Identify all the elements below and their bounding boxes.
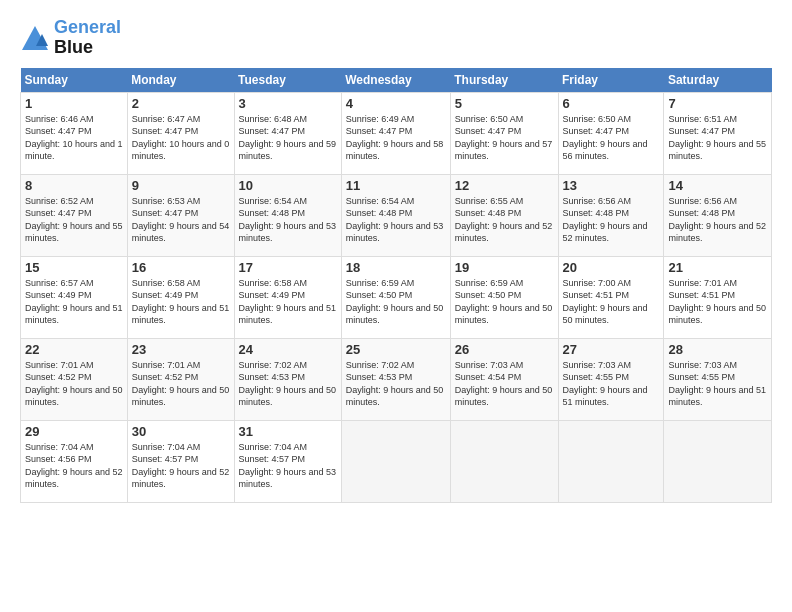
day-number: 9 [132, 178, 230, 193]
sunrise-label: Sunrise: 7:04 AM [25, 442, 94, 452]
day-number: 27 [563, 342, 660, 357]
day-cell-6: 6 Sunrise: 6:50 AM Sunset: 4:47 PM Dayli… [558, 92, 664, 174]
day-cell-20: 20 Sunrise: 7:00 AM Sunset: 4:51 PM Dayl… [558, 256, 664, 338]
sunrise-label: Sunrise: 7:04 AM [239, 442, 308, 452]
day-cell-8: 8 Sunrise: 6:52 AM Sunset: 4:47 PM Dayli… [21, 174, 128, 256]
empty-cell [341, 420, 450, 502]
day-info: Sunrise: 7:01 AM Sunset: 4:52 PM Dayligh… [132, 359, 230, 409]
sunset-label: Sunset: 4:49 PM [25, 290, 92, 300]
daylight-label: Daylight: 9 hours and 50 minutes. [25, 385, 123, 408]
sunset-label: Sunset: 4:50 PM [455, 290, 522, 300]
sunset-label: Sunset: 4:47 PM [455, 126, 522, 136]
day-info: Sunrise: 7:00 AM Sunset: 4:51 PM Dayligh… [563, 277, 660, 327]
daylight-label: Daylight: 9 hours and 53 minutes. [239, 467, 337, 490]
day-cell-31: 31 Sunrise: 7:04 AM Sunset: 4:57 PM Dayl… [234, 420, 341, 502]
day-cell-7: 7 Sunrise: 6:51 AM Sunset: 4:47 PM Dayli… [664, 92, 772, 174]
day-info: Sunrise: 6:56 AM Sunset: 4:48 PM Dayligh… [668, 195, 767, 245]
empty-cell [450, 420, 558, 502]
day-info: Sunrise: 6:58 AM Sunset: 4:49 PM Dayligh… [132, 277, 230, 327]
day-info: Sunrise: 7:04 AM Sunset: 4:57 PM Dayligh… [132, 441, 230, 491]
daylight-label: Daylight: 9 hours and 57 minutes. [455, 139, 553, 162]
day-info: Sunrise: 6:55 AM Sunset: 4:48 PM Dayligh… [455, 195, 554, 245]
day-number: 4 [346, 96, 446, 111]
sunset-label: Sunset: 4:47 PM [25, 126, 92, 136]
sunrise-label: Sunrise: 6:54 AM [346, 196, 415, 206]
sunset-label: Sunset: 4:48 PM [563, 208, 630, 218]
sunset-label: Sunset: 4:57 PM [239, 454, 306, 464]
day-number: 23 [132, 342, 230, 357]
week-row-5: 29 Sunrise: 7:04 AM Sunset: 4:56 PM Dayl… [21, 420, 772, 502]
day-cell-4: 4 Sunrise: 6:49 AM Sunset: 4:47 PM Dayli… [341, 92, 450, 174]
sunrise-label: Sunrise: 7:00 AM [563, 278, 632, 288]
sunset-label: Sunset: 4:53 PM [346, 372, 413, 382]
day-info: Sunrise: 7:03 AM Sunset: 4:55 PM Dayligh… [668, 359, 767, 409]
daylight-label: Daylight: 9 hours and 51 minutes. [239, 303, 337, 326]
day-cell-28: 28 Sunrise: 7:03 AM Sunset: 4:55 PM Dayl… [664, 338, 772, 420]
daylight-label: Daylight: 9 hours and 51 minutes. [563, 385, 648, 408]
day-info: Sunrise: 6:51 AM Sunset: 4:47 PM Dayligh… [668, 113, 767, 163]
week-row-2: 8 Sunrise: 6:52 AM Sunset: 4:47 PM Dayli… [21, 174, 772, 256]
day-number: 8 [25, 178, 123, 193]
day-number: 11 [346, 178, 446, 193]
daylight-label: Daylight: 9 hours and 50 minutes. [668, 303, 766, 326]
day-info: Sunrise: 6:54 AM Sunset: 4:48 PM Dayligh… [239, 195, 337, 245]
day-cell-23: 23 Sunrise: 7:01 AM Sunset: 4:52 PM Dayl… [127, 338, 234, 420]
sunset-label: Sunset: 4:48 PM [239, 208, 306, 218]
day-info: Sunrise: 6:48 AM Sunset: 4:47 PM Dayligh… [239, 113, 337, 163]
page-container: General Blue SundayMondayTuesdayWednesda… [0, 0, 792, 513]
day-number: 13 [563, 178, 660, 193]
sunrise-label: Sunrise: 6:59 AM [455, 278, 524, 288]
day-cell-10: 10 Sunrise: 6:54 AM Sunset: 4:48 PM Dayl… [234, 174, 341, 256]
day-info: Sunrise: 7:03 AM Sunset: 4:54 PM Dayligh… [455, 359, 554, 409]
day-info: Sunrise: 7:02 AM Sunset: 4:53 PM Dayligh… [346, 359, 446, 409]
day-number: 19 [455, 260, 554, 275]
day-cell-2: 2 Sunrise: 6:47 AM Sunset: 4:47 PM Dayli… [127, 92, 234, 174]
sunset-label: Sunset: 4:50 PM [346, 290, 413, 300]
day-number: 18 [346, 260, 446, 275]
week-row-1: 1 Sunrise: 6:46 AM Sunset: 4:47 PM Dayli… [21, 92, 772, 174]
sunrise-label: Sunrise: 6:56 AM [668, 196, 737, 206]
sunrise-label: Sunrise: 7:02 AM [239, 360, 308, 370]
daylight-label: Daylight: 9 hours and 55 minutes. [25, 221, 123, 244]
logo: General Blue [20, 18, 121, 58]
day-cell-19: 19 Sunrise: 6:59 AM Sunset: 4:50 PM Dayl… [450, 256, 558, 338]
day-cell-29: 29 Sunrise: 7:04 AM Sunset: 4:56 PM Dayl… [21, 420, 128, 502]
svg-marker-0 [22, 26, 48, 50]
daylight-label: Daylight: 9 hours and 50 minutes. [132, 385, 230, 408]
sunset-label: Sunset: 4:52 PM [132, 372, 199, 382]
day-info: Sunrise: 7:01 AM Sunset: 4:52 PM Dayligh… [25, 359, 123, 409]
sunrise-label: Sunrise: 6:47 AM [132, 114, 201, 124]
day-number: 10 [239, 178, 337, 193]
sunrise-label: Sunrise: 6:51 AM [668, 114, 737, 124]
sunset-label: Sunset: 4:48 PM [668, 208, 735, 218]
sunset-label: Sunset: 4:49 PM [239, 290, 306, 300]
day-number: 17 [239, 260, 337, 275]
sunrise-label: Sunrise: 6:58 AM [239, 278, 308, 288]
day-cell-26: 26 Sunrise: 7:03 AM Sunset: 4:54 PM Dayl… [450, 338, 558, 420]
day-info: Sunrise: 6:56 AM Sunset: 4:48 PM Dayligh… [563, 195, 660, 245]
day-cell-16: 16 Sunrise: 6:58 AM Sunset: 4:49 PM Dayl… [127, 256, 234, 338]
logo-icon [20, 24, 50, 52]
day-cell-3: 3 Sunrise: 6:48 AM Sunset: 4:47 PM Dayli… [234, 92, 341, 174]
daylight-label: Daylight: 9 hours and 50 minutes. [239, 385, 337, 408]
sunrise-label: Sunrise: 6:50 AM [455, 114, 524, 124]
daylight-label: Daylight: 9 hours and 50 minutes. [455, 303, 553, 326]
daylight-label: Daylight: 10 hours and 0 minutes. [132, 139, 230, 162]
day-number: 31 [239, 424, 337, 439]
sunset-label: Sunset: 4:47 PM [346, 126, 413, 136]
sunrise-label: Sunrise: 7:02 AM [346, 360, 415, 370]
day-info: Sunrise: 6:57 AM Sunset: 4:49 PM Dayligh… [25, 277, 123, 327]
col-header-saturday: Saturday [664, 68, 772, 93]
sunset-label: Sunset: 4:54 PM [455, 372, 522, 382]
day-number: 7 [668, 96, 767, 111]
day-number: 28 [668, 342, 767, 357]
sunrise-label: Sunrise: 6:58 AM [132, 278, 201, 288]
calendar-body: 1 Sunrise: 6:46 AM Sunset: 4:47 PM Dayli… [21, 92, 772, 502]
sunset-label: Sunset: 4:47 PM [563, 126, 630, 136]
sunset-label: Sunset: 4:47 PM [668, 126, 735, 136]
sunset-label: Sunset: 4:52 PM [25, 372, 92, 382]
day-info: Sunrise: 6:59 AM Sunset: 4:50 PM Dayligh… [346, 277, 446, 327]
day-number: 5 [455, 96, 554, 111]
day-cell-13: 13 Sunrise: 6:56 AM Sunset: 4:48 PM Dayl… [558, 174, 664, 256]
day-cell-18: 18 Sunrise: 6:59 AM Sunset: 4:50 PM Dayl… [341, 256, 450, 338]
